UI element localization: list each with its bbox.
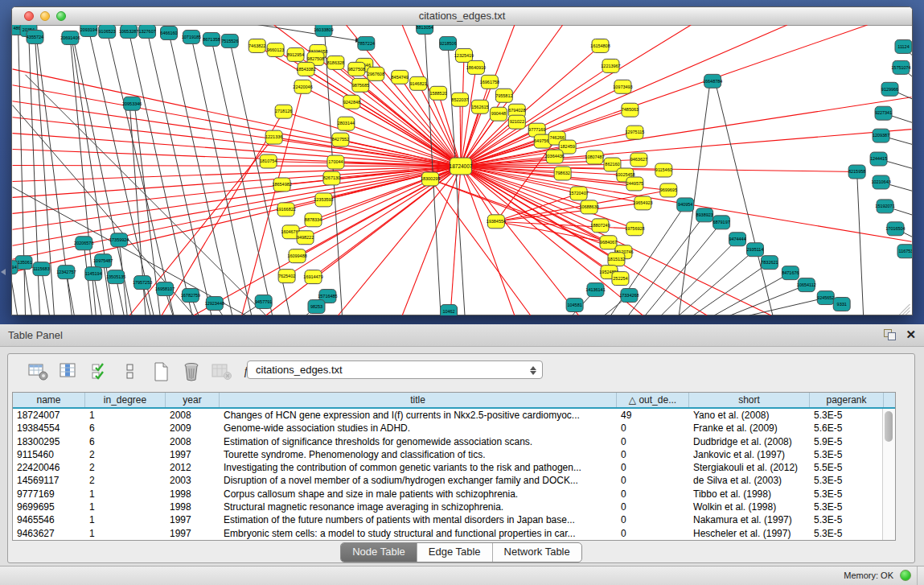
table-row[interactable]: 977716911998Corpus callosum shape and si… [13, 488, 895, 501]
graph-node[interactable]: 16914479 [303, 270, 322, 284]
graph-node[interactable]: 1115683 [33, 262, 50, 276]
graph-node[interactable]: 18640910 [466, 60, 486, 74]
table-scrollbar[interactable] [882, 409, 895, 540]
graph-node[interactable]: 12325419 [454, 48, 474, 62]
graph-node[interactable]: 9245652 [817, 291, 834, 305]
graph-node[interactable]: 13505135 [106, 270, 125, 284]
graph-node[interactable]: 9457791 [255, 295, 272, 309]
graph-node[interactable]: 15751074 [891, 60, 910, 74]
memory-status-indicator[interactable] [900, 570, 911, 581]
delete-column-icon[interactable] [180, 360, 202, 383]
graph-node[interactable]: 9463627 [630, 153, 647, 167]
select-rows-icon[interactable] [88, 360, 110, 383]
graph-node[interactable]: 116753 [897, 245, 912, 258]
graph-node[interactable]: 8454749 [392, 70, 409, 84]
graph-node[interactable]: 10719185 [182, 30, 201, 43]
graph-node[interactable]: 18724007 [450, 158, 473, 175]
table-row[interactable]: 946554611997Estimation of the future num… [13, 513, 895, 526]
graph-node[interactable]: 7955812 [495, 89, 512, 102]
scrollbar-thumb[interactable] [885, 411, 893, 442]
graph-node[interactable]: 2718126 [275, 105, 292, 118]
graph-node[interactable]: 15192071 [875, 200, 894, 213]
graph-node[interactable]: 9498222 [297, 231, 314, 245]
graph-node[interactable]: 20691406 [60, 31, 80, 44]
table-mode-icon[interactable] [27, 360, 49, 383]
float-panel-icon[interactable] [884, 329, 896, 340]
graph-node[interactable]: 17016504 [885, 222, 905, 236]
resize-grip[interactable] [899, 304, 910, 315]
tab-network-table[interactable]: Network Table [493, 543, 581, 562]
close-window-button[interactable] [24, 11, 34, 21]
graph-node[interactable]: 1221336 [265, 130, 282, 144]
graph-node[interactable]: 16958107 [155, 282, 175, 296]
network-window-titlebar[interactable]: citations_edges.txt [12, 7, 912, 26]
zoom-window-button[interactable] [56, 11, 66, 21]
graph-node[interactable]: 6879197 [713, 216, 729, 229]
column-header-in_degree[interactable]: in_degree [85, 393, 166, 407]
graph-node[interactable]: 17334268 [619, 289, 639, 303]
graph-node[interactable]: 9875685 [352, 78, 369, 92]
graph-node[interactable]: 6466160 [160, 26, 177, 39]
graph-node[interactable]: 12213967 [601, 59, 620, 72]
graph-node[interactable]: 19756928 [625, 222, 644, 236]
import-table-icon[interactable] [211, 360, 232, 383]
table-row[interactable]: 1830029562008Estimation of significance … [13, 435, 895, 448]
graph-node[interactable]: 16648784 [703, 74, 722, 88]
graph-node[interactable]: 8878334 [305, 213, 322, 227]
graph-node[interactable]: 9227341 [875, 106, 892, 120]
node-table[interactable]: namein_degreeyeartitle△ out_de...shortpa… [12, 392, 896, 541]
graph-node[interactable]: 2093194 [80, 25, 97, 36]
column-header-pagerank[interactable]: pagerank [810, 393, 884, 407]
show-columns-icon[interactable] [58, 360, 80, 383]
graph-node[interactable]: 10688639 [579, 200, 598, 214]
graph-node[interactable]: 12342757 [56, 266, 76, 279]
graph-node[interactable]: 9474444 [729, 233, 745, 246]
graph-node[interactable]: 9699695 [660, 183, 677, 197]
graph-node[interactable]: 9146821 [410, 76, 427, 90]
graph-node[interactable]: 8912954 [287, 47, 304, 61]
column-icon[interactable] [119, 360, 141, 383]
graph-node[interactable]: 252254 [612, 272, 629, 286]
graph-node[interactable]: 1815132 [608, 253, 625, 266]
graph-node[interactable]: 940954 [677, 198, 694, 212]
graph-node[interactable]: 1327607 [138, 25, 155, 38]
graph-node[interactable]: 20206576 [74, 237, 93, 250]
graph-node[interactable]: 7857224 [358, 36, 375, 50]
graph-node[interactable]: 9129966 [881, 82, 898, 96]
column-header-title[interactable]: title [220, 393, 617, 407]
graph-node[interactable]: 16033809 [314, 25, 333, 36]
graph-node[interactable]: 2967608 [368, 67, 384, 80]
graph-node[interactable]: 8471676 [782, 266, 799, 280]
network-graph-canvas[interactable]: 4866203544355724206914062093194910652310… [12, 25, 912, 315]
graph-node[interactable]: 921022 [508, 115, 525, 129]
graph-node[interactable]: 15720407 [569, 187, 588, 200]
network-view-window[interactable]: citations_edges.txt 48662035443557242069… [11, 6, 913, 315]
graph-node[interactable]: 10807487 [585, 150, 604, 164]
graph-node[interactable]: 8427552 [332, 133, 349, 146]
graph-node[interactable]: 9660123 [267, 43, 284, 56]
graph-node[interactable]: 12923448 [205, 297, 224, 311]
graph-node[interactable]: 7515526 [221, 34, 238, 47]
graph-node[interactable]: 22420046 [293, 80, 312, 93]
graph-node[interactable]: 18807249 [590, 219, 610, 233]
graph-node[interactable]: 104581 [566, 299, 583, 312]
graph-node[interactable]: 12353593 [314, 193, 333, 207]
graph-node[interactable]: 9242848 [343, 95, 360, 109]
graph-node[interactable]: 9827508 [348, 62, 365, 76]
graph-node[interactable]: 12975115 [625, 126, 644, 139]
graph-node[interactable]: 2935114 [747, 243, 764, 257]
table-row[interactable]: 1938455462009Genome-wide association stu… [13, 422, 895, 435]
graph-node[interactable]: 7625402 [278, 270, 295, 283]
graph-node[interactable]: 1145194 [85, 267, 102, 281]
graph-node[interactable]: 1209387 [873, 129, 889, 142]
graph-node[interactable]: 7485063 [622, 103, 639, 117]
column-header-name[interactable]: name [13, 393, 85, 407]
graph-node[interactable]: 1562615 [471, 100, 488, 113]
graph-node[interactable]: 10653287 [119, 25, 138, 38]
graph-node[interactable]: 16961758 [480, 75, 499, 89]
tab-edge-table[interactable]: Edge Table [417, 543, 493, 562]
graph-node[interactable]: 17359924 [109, 233, 129, 247]
graph-node[interactable]: 1810754 [260, 154, 277, 168]
close-panel-icon[interactable]: ✕ [906, 329, 916, 340]
graph-node[interactable]: 20953346 [122, 97, 142, 110]
